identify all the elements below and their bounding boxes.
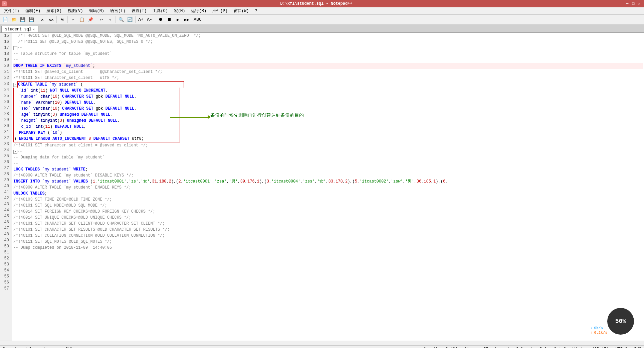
copy-button[interactable]: 📋 <box>78 16 86 24</box>
menu-view[interactable]: 视图(V) <box>65 7 86 14</box>
code-line-23: /*!40101 SET @saved_cs_client = @@charac… <box>13 69 643 75</box>
fold-icon[interactable]: - <box>13 150 17 154</box>
menu-encoding[interactable]: 编码(N) <box>86 7 107 14</box>
maximize-button[interactable]: □ <box>631 1 636 6</box>
cut-button[interactable]: ✂ <box>69 16 77 24</box>
toolbar-sep-2 <box>56 16 57 23</box>
code-line-39: -- <box>13 160 643 166</box>
toolbar-sep-7 <box>155 16 155 23</box>
tab-close-icon[interactable]: ✕ <box>33 27 35 31</box>
code-area[interactable]: /*! 40101 SET @OLD_SQL_MODE=@@SQL_MODE, … <box>12 33 644 341</box>
replace-button[interactable]: 🔄 <box>126 16 134 24</box>
code-line-33: PRIMARY KEY (`id`) <box>13 130 643 136</box>
tab-student-sql[interactable]: student.sql ✕ <box>1 26 38 32</box>
app-icon: N <box>2 1 7 6</box>
code-line-18: --- <box>13 45 643 51</box>
zoom-in[interactable]: A+ <box>137 16 145 24</box>
title-left: N <box>2 1 8 6</box>
line-num: 34 <box>1 147 9 153</box>
code-line-34: ) ENGINE=InnoDB AUTO_INCREMENT=8 DEFAULT… <box>13 136 643 142</box>
line-num: 42 <box>1 195 9 201</box>
line-num: 51 <box>1 249 9 255</box>
undo-button[interactable]: ↩ <box>97 16 105 24</box>
fold-icon[interactable]: - <box>13 83 17 87</box>
down-arrow-icon: ↓ <box>591 326 593 330</box>
menu-file[interactable]: 文件(F) <box>1 7 22 14</box>
hscrollbar[interactable] <box>0 341 644 345</box>
line-num: 47 <box>1 225 9 231</box>
network-widget: 50% <box>607 308 634 335</box>
line-num: 52 <box>1 255 9 261</box>
code-line-25: -CREATE TABLE `my_student` ( <box>13 81 643 88</box>
line-num: 26 <box>1 99 9 105</box>
line-num: 29 <box>1 117 9 123</box>
menu-edit[interactable]: 编辑(E) <box>23 7 43 14</box>
close-button[interactable]: ✕ <box>637 1 642 6</box>
menu-macro[interactable]: 宏(M) <box>171 7 188 14</box>
line-num: 43 <box>1 201 9 207</box>
network-overlay: ↓ 0k/s ↑ 0.2k/s <box>591 326 607 335</box>
editor-container: 1516171819202122232425262728293031323334… <box>0 33 644 341</box>
macro-play[interactable]: ▶ <box>174 16 182 24</box>
status-ins: INS <box>634 347 641 348</box>
save-all-button[interactable]: 💾 <box>27 16 35 24</box>
spellcheck-btn[interactable]: ABC <box>194 16 202 24</box>
macro-rec[interactable]: ⏺ <box>157 16 165 24</box>
find-button[interactable]: 🔍 <box>117 16 125 24</box>
toolbar-sep-5 <box>116 16 116 23</box>
line-num: 50 <box>1 243 9 249</box>
code-line-30: `age` tinyint(3) unsigned DEFAULT NULL, <box>13 112 643 118</box>
code-line-15: /*! 40101 SET @OLD_SQL_MODE=@@SQL_MODE, … <box>13 33 643 39</box>
line-num: 32 <box>1 135 9 141</box>
line-num: 19 <box>1 57 9 63</box>
line-num: 57 <box>1 285 9 292</box>
menu-run[interactable]: 运行(R) <box>188 7 209 14</box>
code-line-45: UNLOCK TABLES; <box>13 191 643 197</box>
code-line-29: `sex` varchar(10) CHARACTER SET gbk DEFA… <box>13 106 643 112</box>
net-down-row: ↓ 0k/s <box>591 326 607 330</box>
code-line-49: /*!40014 SET FOREIGN_KEY_CHECKS=@OLD_FOR… <box>13 209 643 215</box>
print-button[interactable]: 🖨 <box>58 16 66 24</box>
menu-plugins[interactable]: 插件(P) <box>210 7 230 14</box>
line-num: 17 <box>1 45 9 51</box>
new-button[interactable]: 📄 <box>1 16 9 24</box>
paste-button[interactable]: 📌 <box>86 16 94 24</box>
line-num: 23 <box>1 81 9 87</box>
line-num: 20 <box>1 63 9 69</box>
line-num: 27 <box>1 105 9 111</box>
toolbar-sep-1 <box>37 16 37 23</box>
status-sel: Sel : 0 | 0 <box>540 347 566 348</box>
fold-icon[interactable]: - <box>13 46 17 50</box>
zoom-out[interactable]: A- <box>146 16 154 24</box>
menu-language[interactable]: 语言(L) <box>108 7 128 14</box>
macro-stop[interactable]: ⏹ <box>165 16 173 24</box>
line-num: 30 <box>1 123 9 129</box>
code-line-20: -- <box>13 57 643 63</box>
save-button[interactable]: 💾 <box>19 16 27 24</box>
line-num: 49 <box>1 237 9 243</box>
closeall-button[interactable]: ✕✕ <box>47 16 55 24</box>
toolbar-sep-6 <box>135 16 136 23</box>
menu-help[interactable]: ? <box>252 8 260 14</box>
toolbar-sep-3 <box>67 16 68 23</box>
run-btn[interactable]: ▶▶ <box>183 16 191 24</box>
line-num: 35 <box>1 153 9 159</box>
net-down-value: 0k/s <box>594 326 603 330</box>
menubar: 文件(F) 编辑(E) 搜索(S) 视图(V) 编码(N) 语言(L) 设置(T… <box>0 7 644 15</box>
menu-tools[interactable]: 工具(O) <box>150 7 171 14</box>
open-button[interactable]: 📂 <box>10 16 18 24</box>
line-num: 18 <box>1 51 9 57</box>
line-num: 45 <box>1 213 9 219</box>
close-button-tb[interactable]: ✕ <box>38 16 46 24</box>
code-line-32: `c_id` int(11) DEFAULT NULL, <box>13 124 643 130</box>
tabbar: student.sql ✕ <box>0 25 644 33</box>
minimize-button[interactable]: ─ <box>625 1 630 6</box>
redo-button[interactable]: ↪ <box>106 16 114 24</box>
statusbar: Structured Query Language file length : … <box>0 345 644 348</box>
status-charset: UTF-8 <box>615 347 627 348</box>
line-num: 41 <box>1 189 9 195</box>
menu-search[interactable]: 搜索(S) <box>44 7 64 14</box>
menu-window[interactable]: 窗口(W) <box>231 7 252 14</box>
line-num: 44 <box>1 207 9 213</box>
menu-settings[interactable]: 设置(T) <box>129 7 150 14</box>
